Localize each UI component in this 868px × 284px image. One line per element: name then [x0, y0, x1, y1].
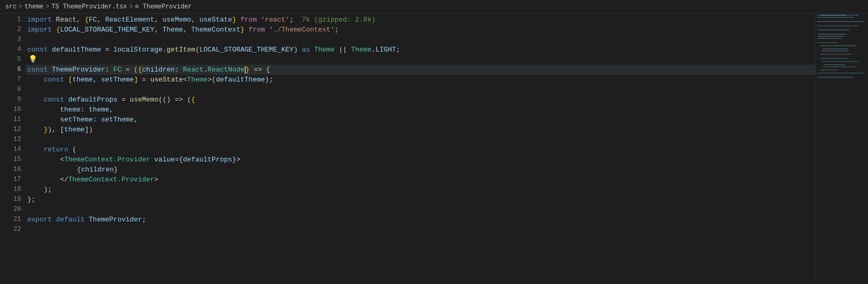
line-num-22: 22: [0, 225, 21, 235]
line-num-8: 8: [0, 85, 21, 95]
line-num-14: 14: [0, 145, 21, 155]
svg-rect-2: [817, 17, 853, 18]
line-num-10: 10: [0, 105, 21, 115]
line-num-9: 9: [0, 95, 21, 105]
code-line-9: const defaultProps = useMemo(() => ({: [25, 95, 815, 105]
line-num-5: 5: [0, 55, 21, 65]
line-num-1: 1: [0, 15, 21, 25]
line-num-18: 18: [0, 185, 21, 195]
code-line-12: }), [theme]): [25, 125, 815, 135]
svg-rect-7: [818, 36, 844, 37]
line-num-16: 16: [0, 165, 21, 175]
svg-rect-16: [824, 64, 845, 65]
line-num-11: 11: [0, 115, 21, 125]
minimap-svg: [816, 14, 868, 284]
minimap: [815, 14, 868, 284]
svg-rect-5: [818, 29, 849, 31]
lightbulb-icon[interactable]: 💡: [28, 55, 37, 65]
svg-rect-4: [817, 25, 859, 26]
svg-rect-6: [818, 34, 846, 35]
code-editor[interactable]: import React, {FC, ReactElement, useMemo…: [25, 14, 815, 284]
line-num-2: 2: [0, 25, 21, 35]
code-line-10: theme: theme,: [25, 105, 815, 115]
code-line-19: };: [25, 195, 815, 205]
code-line-16: {children}: [25, 165, 815, 175]
code-line-17: </ThemeContext.Provider>: [25, 175, 815, 185]
svg-rect-20: [817, 77, 853, 78]
line-num-19: 19: [0, 195, 21, 205]
line-num-3: 3: [0, 35, 21, 45]
svg-rect-14: [820, 58, 849, 59]
svg-rect-1: [820, 15, 846, 16]
line-num-7: 7: [0, 75, 21, 85]
code-line-7: const [theme, setTheme] = useState<Theme…: [25, 75, 815, 85]
svg-rect-8: [818, 38, 842, 39]
svg-rect-9: [817, 42, 838, 43]
line-num-12: 12: [0, 125, 21, 135]
code-line-6: const ThemeProvider: FC = ({children: Re…: [25, 65, 815, 75]
line-num-17: 17: [0, 175, 21, 185]
line-numbers: 1 2 3 4 5 6 7 8 9 10 11 12 13 14 15 16 1…: [0, 14, 25, 284]
code-line-11: setTheme: setTheme,: [25, 115, 815, 125]
breadcrumb-file[interactable]: TS ThemeProvider.tsx: [51, 3, 127, 11]
code-line-22: [25, 225, 815, 235]
code-line-5: 💡: [25, 55, 815, 65]
breadcrumb-symbol: ⊙ ThemeProvider: [135, 3, 192, 11]
line-num-20: 20: [0, 205, 21, 215]
breadcrumb: src > theme > TS ThemeProvider.tsx > ⊙ T…: [0, 0, 868, 14]
code-line-14: return (: [25, 145, 815, 155]
line-num-4: 4: [0, 45, 21, 55]
svg-rect-15: [822, 61, 859, 62]
code-line-18: );: [25, 185, 815, 195]
code-line-3: [25, 35, 815, 45]
code-line-20: [25, 205, 815, 215]
editor-container: 1 2 3 4 5 6 7 8 9 10 11 12 13 14 15 16 1…: [0, 14, 868, 284]
line-num-21: 21: [0, 215, 21, 225]
code-line-2: import {LOCAL_STORAGE_THEME_KEY, Theme, …: [25, 25, 815, 35]
code-line-15: <ThemeContext.Provider value={defaultPro…: [25, 155, 815, 165]
svg-rect-3: [817, 21, 864, 22]
code-line-1: import React, {FC, ReactElement, useMemo…: [25, 15, 815, 25]
svg-rect-17: [822, 66, 856, 67]
svg-rect-11: [822, 48, 849, 49]
breadcrumb-sep-1: >: [19, 3, 23, 11]
line-num-15: 15: [0, 155, 21, 165]
code-line-21: export default ThemeProvider;: [25, 215, 815, 225]
breadcrumb-theme[interactable]: theme: [25, 3, 44, 11]
breadcrumb-sep-3: >: [129, 3, 133, 11]
code-line-8: [25, 85, 815, 95]
svg-rect-12: [822, 50, 849, 52]
breadcrumb-src[interactable]: src: [5, 3, 17, 11]
svg-rect-10: [820, 45, 856, 46]
code-line-4: const defaultTheme = localStorage.getIte…: [25, 45, 815, 55]
svg-rect-13: [820, 54, 851, 55]
svg-rect-18: [820, 69, 839, 70]
breadcrumb-sep-2: >: [46, 3, 49, 11]
svg-rect-19: [817, 73, 864, 74]
code-line-13: [25, 135, 815, 145]
line-num-13: 13: [0, 135, 21, 145]
line-num-6: 6: [0, 65, 21, 75]
